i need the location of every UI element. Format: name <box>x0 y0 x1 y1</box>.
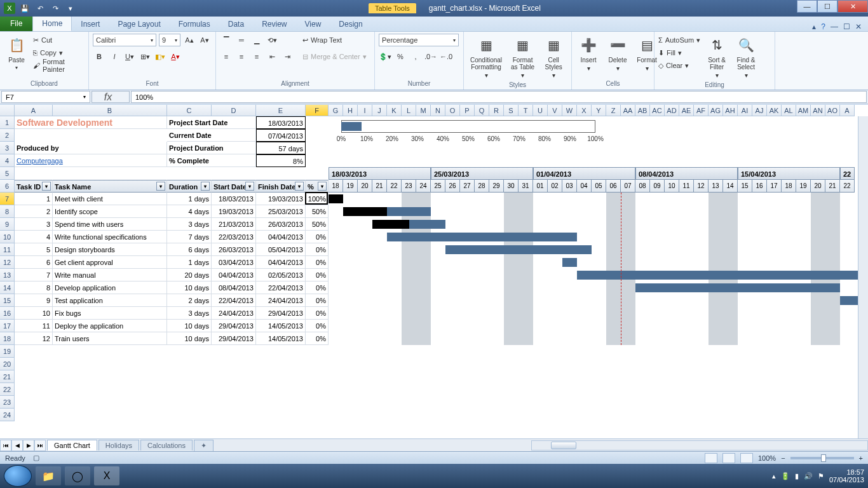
copy-button[interactable]: ⎘Copy ▾ <box>33 46 85 59</box>
col-header-R[interactable]: R <box>489 105 504 116</box>
col-header-AD[interactable]: AD <box>665 105 679 116</box>
tab-insert[interactable]: Insert <box>72 17 109 31</box>
cell[interactable]: 2 <box>15 205 53 218</box>
sheet-tab-calculations[interactable]: Calculations <box>140 440 193 451</box>
col-header-L[interactable]: L <box>402 105 416 116</box>
cell[interactable]: 9 <box>15 294 53 307</box>
col-header-P[interactable]: P <box>460 105 475 116</box>
minimize-ribbon-icon[interactable]: ▴ <box>812 22 816 31</box>
tab-formulas[interactable]: Formulas <box>170 17 219 31</box>
cell[interactable]: 7 days <box>167 231 212 243</box>
col-header-C[interactable]: C <box>167 105 212 116</box>
cell[interactable]: 11 <box>15 320 53 332</box>
cell[interactable]: 22/04/2013 <box>256 281 306 294</box>
col-header-O[interactable]: O <box>445 105 460 116</box>
col-header-AG[interactable]: AG <box>709 105 723 116</box>
cell[interactable]: Task ID▾ <box>15 180 53 193</box>
cell[interactable]: 0% <box>306 231 329 243</box>
cell[interactable]: Current Date <box>167 129 256 142</box>
italic-button[interactable]: I <box>108 50 121 63</box>
inc-decimal-icon[interactable]: .0→ <box>424 50 437 63</box>
zoom-out-icon[interactable]: − <box>781 454 785 462</box>
cell[interactable]: % Complete <box>167 154 256 167</box>
row-header-20[interactable]: 20 <box>0 358 15 370</box>
cell[interactable]: Develop application <box>53 281 167 294</box>
filter-dropdown-icon[interactable]: ▾ <box>156 182 165 191</box>
font-color-button[interactable]: A▾ <box>169 50 182 63</box>
row-header-15[interactable]: 15 <box>0 294 15 307</box>
cell[interactable]: 18/03/2013 <box>256 116 306 129</box>
clear-button[interactable]: ◇Clear ▾ <box>658 59 700 72</box>
cell[interactable]: 14/05/2013 <box>256 320 306 332</box>
view-page-layout-icon[interactable] <box>722 453 735 463</box>
row-header-9[interactable]: 9 <box>0 218 15 231</box>
sheet-tab-holidays[interactable]: Holidays <box>98 440 139 451</box>
cell[interactable]: Produced by <box>15 142 167 154</box>
col-header-AL[interactable]: AL <box>782 105 796 116</box>
align-middle-icon[interactable]: ═ <box>235 34 248 46</box>
start-orb-icon[interactable] <box>4 465 32 487</box>
save-icon[interactable]: 💾 <box>19 3 31 14</box>
cell[interactable]: 26/03/2013 <box>256 218 306 231</box>
cell[interactable]: 8 <box>15 281 53 294</box>
sheet-nav-first-icon[interactable]: ⏮ <box>0 440 11 451</box>
col-header-T[interactable]: T <box>519 105 533 116</box>
cell[interactable]: 18/03/2013 <box>212 193 256 205</box>
number-format-combo[interactable]: Percentage▾ <box>379 34 459 46</box>
workbook-close-icon[interactable]: ✕ <box>855 22 862 31</box>
autosum-button[interactable]: ΣAutoSum ▾ <box>658 34 700 46</box>
orientation-icon[interactable]: ⟲▾ <box>266 34 278 46</box>
cell[interactable]: 1 <box>15 193 53 205</box>
row-header-19[interactable]: 19 <box>0 345 15 358</box>
col-header-AK[interactable]: AK <box>767 105 782 116</box>
col-header-I[interactable]: I <box>358 105 372 116</box>
chrome-icon[interactable]: ◯ <box>65 466 90 485</box>
col-header-AF[interactable]: AF <box>694 105 709 116</box>
cell[interactable]: 100% <box>306 193 329 205</box>
cell[interactable]: 0% <box>306 320 329 332</box>
cell[interactable]: 5 <box>15 243 53 256</box>
col-header-J[interactable]: J <box>372 105 387 116</box>
col-header-F[interactable]: F <box>306 105 329 116</box>
cell[interactable]: Project Start Date <box>167 116 256 129</box>
col-header-H[interactable]: H <box>343 105 358 116</box>
redo-icon[interactable]: ↷ <box>50 3 61 14</box>
cell[interactable]: 0% <box>306 269 329 281</box>
cell[interactable]: 3 days <box>167 218 212 231</box>
cell[interactable]: Project Duration <box>167 142 256 154</box>
cell[interactable]: 3 days <box>167 307 212 320</box>
cell[interactable]: 2 days <box>167 294 212 307</box>
col-header-B[interactable]: B <box>53 105 167 116</box>
network-icon[interactable]: ▮ <box>795 472 799 480</box>
cell[interactable]: 3 <box>15 218 53 231</box>
shrink-font-icon[interactable]: A▾ <box>198 34 211 46</box>
cell[interactable]: Task Name▾ <box>53 180 167 193</box>
cell[interactable]: 6 <box>15 256 53 269</box>
col-header-AN[interactable]: AN <box>811 105 825 116</box>
row-header-17[interactable]: 17 <box>0 320 15 332</box>
cell[interactable]: 29/04/2013 <box>256 307 306 320</box>
col-header-K[interactable]: K <box>387 105 402 116</box>
row-header-11[interactable]: 11 <box>0 243 15 256</box>
row-header-4[interactable]: 4 <box>0 154 15 167</box>
delete-cells-button[interactable]: ➖Delete▾ <box>605 34 630 73</box>
zoom-level[interactable]: 100% <box>758 454 776 462</box>
col-header-AA[interactable]: AA <box>621 105 635 116</box>
close-button[interactable]: ✕ <box>837 0 868 13</box>
conditional-formatting-button[interactable]: ▦Conditional Formatting▾ <box>468 34 505 80</box>
row-header-10[interactable]: 10 <box>0 231 15 243</box>
macro-record-icon[interactable]: ▢ <box>33 454 39 462</box>
col-header-N[interactable]: N <box>431 105 445 116</box>
sheet-nav-next-icon[interactable]: ▶ <box>23 440 34 451</box>
help-icon[interactable]: ? <box>821 22 825 31</box>
cell[interactable]: 10 days <box>167 332 212 345</box>
formula-input[interactable]: 100% <box>131 91 867 103</box>
link-computergaga[interactable]: Computergaga <box>15 154 167 167</box>
col-header-AJ[interactable]: AJ <box>752 105 767 116</box>
cell[interactable]: 4 <box>15 231 53 243</box>
align-right-icon[interactable]: ≡ <box>250 50 263 63</box>
cell[interactable]: 0% <box>306 294 329 307</box>
battery-icon[interactable]: 🔋 <box>781 472 790 480</box>
sheet-nav-last-icon[interactable]: ⏭ <box>34 440 46 451</box>
row-header-8[interactable]: 8 <box>0 205 15 218</box>
